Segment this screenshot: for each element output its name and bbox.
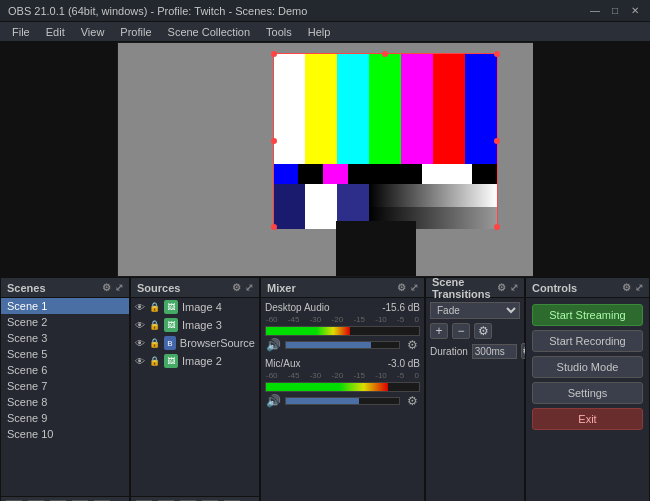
cbm-black2: [348, 164, 422, 184]
corner-tl: [271, 51, 277, 57]
cb-yellow: [305, 54, 337, 164]
mixer-level-bar: [266, 327, 350, 335]
scenes-config-icon[interactable]: ⚙: [102, 282, 111, 293]
maximize-button[interactable]: □: [608, 4, 622, 18]
menu-item-profile[interactable]: Profile: [112, 24, 159, 40]
transitions-expand-icon[interactable]: ⤢: [510, 282, 518, 293]
mixer-volume-slider[interactable]: [285, 397, 400, 405]
transition-add-button[interactable]: +: [430, 323, 448, 339]
controls-config-icon[interactable]: ⚙: [622, 282, 631, 293]
cbm-blue: [274, 164, 299, 184]
titlebar: OBS 21.0.1 (64bit, windows) - Profile: T…: [0, 0, 650, 22]
mixer-expand-icon[interactable]: ⤢: [410, 282, 418, 293]
lock-icon[interactable]: 🔒: [149, 356, 160, 366]
controls-panel-header: Controls ⚙ ⤢: [526, 278, 649, 298]
mixer-volume-slider[interactable]: [285, 341, 400, 349]
mixer-settings-button[interactable]: ⚙: [404, 394, 420, 408]
bottom-panels: Scenes ⚙ ⤢ Scene 1Scene 2Scene 3Scene 5S…: [0, 277, 650, 501]
mixer-channel-header: Desktop Audio-15.6 dB: [265, 302, 420, 313]
sources-config-icon[interactable]: ⚙: [232, 282, 241, 293]
controls-body: Start StreamingStart RecordingStudio Mod…: [526, 298, 649, 501]
preview-area: [0, 42, 650, 277]
exit-button[interactable]: Exit: [532, 408, 643, 430]
cbm-white: [422, 164, 472, 184]
mixer-config-icon[interactable]: ⚙: [397, 282, 406, 293]
scene-item[interactable]: Scene 2: [1, 314, 129, 330]
duration-row: Duration ⚙: [430, 343, 520, 359]
scenes-expand-icon[interactable]: ⤢: [115, 282, 123, 293]
preview-black-left: [0, 42, 117, 277]
studio-mode-button[interactable]: Studio Mode: [532, 356, 643, 378]
image-source-icon: 🖼: [164, 354, 178, 368]
scene-item[interactable]: Scene 3: [1, 330, 129, 346]
scene-item[interactable]: Scene 8: [1, 394, 129, 410]
menu-item-view[interactable]: View: [73, 24, 113, 40]
mixer-bar-container: [265, 326, 420, 336]
mixer-mute-button[interactable]: 🔊: [265, 394, 281, 408]
start-recording-button[interactable]: Start Recording: [532, 330, 643, 352]
eye-icon[interactable]: 👁: [135, 302, 145, 313]
corner-tr: [494, 51, 500, 57]
lock-icon[interactable]: 🔒: [149, 338, 160, 348]
transition-select[interactable]: Fade Cut Swipe Slide: [430, 302, 520, 319]
mixer-db-value: -3.0 dB: [388, 358, 420, 369]
browser-source-icon: B: [164, 336, 176, 350]
scene-item[interactable]: Scene 7: [1, 378, 129, 394]
corner-br: [494, 224, 500, 230]
menu-item-file[interactable]: File: [4, 24, 38, 40]
cb-cyan: [337, 54, 369, 164]
mixer-level-bar: [266, 383, 388, 391]
scene-item[interactable]: Scene 1: [1, 298, 129, 314]
menu-item-tools[interactable]: Tools: [258, 24, 300, 40]
duration-input[interactable]: [472, 344, 517, 359]
lock-icon[interactable]: 🔒: [149, 302, 160, 312]
source-name: BrowserSource: [180, 337, 255, 349]
cb-magenta: [401, 54, 433, 164]
menu-item-edit[interactable]: Edit: [38, 24, 73, 40]
transitions-config-icon[interactable]: ⚙: [497, 282, 506, 293]
source-item[interactable]: 👁🔒🖼Image 3: [131, 316, 259, 334]
transition-remove-button[interactable]: −: [452, 323, 470, 339]
mixer-channel: Mic/Aux-3.0 dB-60-45-30-20-15-10-50🔊⚙: [265, 358, 420, 408]
mixer-mute-button[interactable]: 🔊: [265, 338, 281, 352]
cbb-white2: [305, 184, 337, 229]
preview-black-br: [336, 221, 416, 276]
mixer-channel: Desktop Audio-15.6 dB-60-45-30-20-15-10-…: [265, 302, 420, 352]
cb-red: [433, 54, 465, 164]
close-button[interactable]: ✕: [628, 4, 642, 18]
sources-panel: Sources ⚙ ⤢ 👁🔒🖼Image 4👁🔒🖼Image 3👁🔒BBrows…: [130, 277, 260, 501]
image-source-icon: 🖼: [164, 318, 178, 332]
source-name: Image 2: [182, 355, 222, 367]
mixer-bar-container: [265, 382, 420, 392]
eye-icon[interactable]: 👁: [135, 338, 145, 349]
sources-expand-icon[interactable]: ⤢: [245, 282, 253, 293]
lock-icon[interactable]: 🔒: [149, 320, 160, 330]
color-bars: [273, 53, 498, 228]
source-item[interactable]: 👁🔒🖼Image 2: [131, 352, 259, 370]
source-item[interactable]: 👁🔒🖼Image 4: [131, 298, 259, 316]
minimize-button[interactable]: —: [588, 4, 602, 18]
source-item[interactable]: 👁🔒BBrowserSource: [131, 334, 259, 352]
scene-item[interactable]: Scene 10: [1, 426, 129, 442]
settings-button[interactable]: Settings: [532, 382, 643, 404]
scenes-footer: + − ⚙ ∧ ∨: [1, 496, 129, 501]
mixer-settings-button[interactable]: ⚙: [404, 338, 420, 352]
scene-item[interactable]: Scene 5: [1, 346, 129, 362]
menu-item-scene-collection[interactable]: Scene Collection: [160, 24, 259, 40]
controls-expand-icon[interactable]: ⤢: [635, 282, 643, 293]
mixer-ticks: -60-45-30-20-15-10-50: [265, 371, 420, 380]
menubar: FileEditViewProfileScene CollectionTools…: [0, 22, 650, 42]
eye-icon[interactable]: 👁: [135, 320, 145, 331]
eye-icon[interactable]: 👁: [135, 356, 145, 367]
start-streaming-button[interactable]: Start Streaming: [532, 304, 643, 326]
controls-label: Controls: [532, 282, 577, 294]
scene-item[interactable]: Scene 9: [1, 410, 129, 426]
scenes-label: Scenes: [7, 282, 46, 294]
scene-item[interactable]: Scene 6: [1, 362, 129, 378]
cbm-magenta: [323, 164, 348, 184]
mixer-controls-row: 🔊⚙: [265, 338, 420, 352]
cb-white: [274, 54, 306, 164]
transition-settings-button[interactable]: ⚙: [474, 323, 492, 339]
source-name: Image 4: [182, 301, 222, 313]
menu-item-help[interactable]: Help: [300, 24, 339, 40]
